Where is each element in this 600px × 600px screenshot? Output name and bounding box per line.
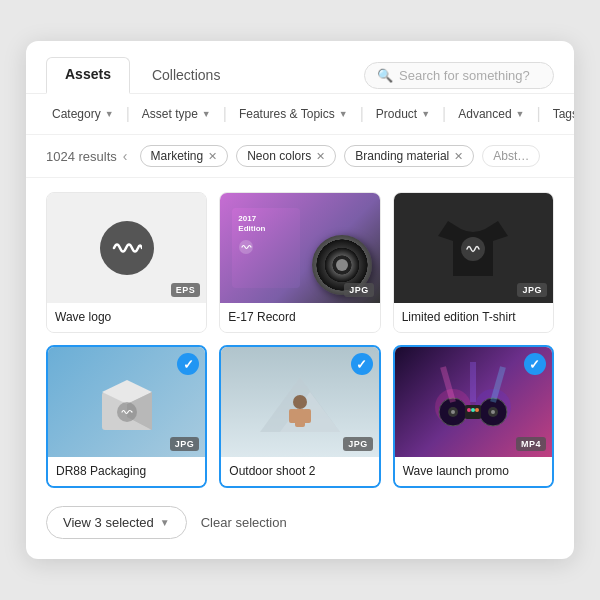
divider: | [126, 105, 130, 123]
chip-branding[interactable]: Branding material ✕ [344, 145, 474, 167]
card-label-tshirt: Limited edition T-shirt [394, 303, 553, 332]
card-thumb-tshirt: JPG [394, 193, 553, 303]
selected-check-outdoor: ✓ [351, 353, 373, 375]
svg-point-22 [467, 408, 471, 412]
tshirt-svg [433, 211, 513, 286]
card-thumb-promo: ✓ MP4 [395, 347, 552, 457]
svg-point-5 [117, 402, 137, 422]
svg-point-1 [461, 237, 485, 261]
chevron-down-icon: ▼ [105, 109, 114, 119]
svg-point-20 [491, 410, 495, 414]
promo-svg [423, 347, 523, 457]
tab-assets[interactable]: Assets [46, 57, 130, 94]
outdoor-svg [260, 357, 340, 447]
record-sleeve: 2017Edition [232, 208, 300, 288]
filter-product[interactable]: Product ▼ [370, 104, 436, 124]
chevron-down-icon: ▼ [160, 517, 170, 528]
divider: | [537, 105, 541, 123]
chip-label: Abst… [493, 149, 529, 163]
card-tshirt[interactable]: JPG Limited edition T-shirt [393, 192, 554, 333]
box-svg [87, 362, 167, 442]
result-count: 1024 results ‹ [46, 148, 128, 164]
badge-eps: EPS [171, 283, 201, 297]
svg-point-23 [471, 408, 475, 412]
chevron-down-icon: ▼ [339, 109, 348, 119]
chevron-down-icon: ▼ [516, 109, 525, 119]
card-label-promo: Wave launch promo [395, 457, 552, 486]
badge-jpg: JPG [344, 283, 374, 297]
clear-selection-button[interactable]: Clear selection [201, 515, 287, 530]
card-label-wave-logo: Wave logo [47, 303, 206, 332]
filter-advanced[interactable]: Advanced ▼ [452, 104, 530, 124]
card-outdoor-shoot[interactable]: ✓ JPG Outdoor shoot 2 [219, 345, 380, 488]
card-thumb-outdoor: ✓ JPG [221, 347, 378, 457]
card-thumb-wave-logo: EPS [47, 193, 206, 303]
badge-jpg: JPG [343, 437, 373, 451]
svg-point-17 [451, 410, 455, 414]
chip-remove-icon[interactable]: ✕ [208, 150, 217, 163]
main-panel: Assets Collections 🔍 Search for somethin… [26, 41, 574, 559]
chip-marketing[interactable]: Marketing ✕ [140, 145, 229, 167]
chip-label: Marketing [151, 149, 204, 163]
card-wave-launch-promo[interactable]: ✓ MP4 Wave launch promo [393, 345, 554, 488]
badge-jpg: JPG [517, 283, 547, 297]
card-wave-logo[interactable]: EPS Wave logo [46, 192, 207, 333]
selected-check-dr88: ✓ [177, 353, 199, 375]
svg-rect-12 [303, 409, 311, 423]
divider: | [360, 105, 364, 123]
card-label-e17: E-17 Record [220, 303, 379, 332]
view-selected-label: View 3 selected [63, 515, 154, 530]
filter-tags[interactable]: Tags [547, 104, 574, 124]
svg-point-24 [475, 408, 479, 412]
search-placeholder: Search for something? [399, 68, 530, 83]
filter-category[interactable]: Category ▼ [46, 104, 120, 124]
tabs-bar: Assets Collections 🔍 Search for somethin… [26, 41, 574, 94]
search-icon: 🔍 [377, 68, 393, 83]
badge-jpg: JPG [170, 437, 200, 451]
chip-remove-icon[interactable]: ✕ [316, 150, 325, 163]
badge-mp4: MP4 [516, 437, 546, 451]
wave-logo-icon [100, 221, 154, 275]
card-thumb-e17: 2017Edition JPG [220, 193, 379, 303]
card-dr88-packaging[interactable]: ✓ JPG DR88 Packaging [46, 345, 207, 488]
view-selected-button[interactable]: View 3 selected ▼ [46, 506, 187, 539]
chevron-down-icon: ▼ [202, 109, 211, 119]
card-label-outdoor: Outdoor shoot 2 [221, 457, 378, 486]
tab-collections[interactable]: Collections [134, 59, 238, 93]
card-label-dr88: DR88 Packaging [48, 457, 205, 486]
selected-check-promo: ✓ [524, 353, 546, 375]
chip-remove-icon[interactable]: ✕ [454, 150, 463, 163]
svg-point-9 [293, 395, 307, 409]
filter-bar: Category ▼ | Asset type ▼ | Features & T… [26, 94, 574, 135]
active-filters-bar: 1024 results ‹ Marketing ✕ Neon colors ✕… [26, 135, 574, 178]
divider: | [223, 105, 227, 123]
filter-asset-type[interactable]: Asset type ▼ [136, 104, 217, 124]
filter-features-topics[interactable]: Features & Topics ▼ [233, 104, 354, 124]
chip-label: Branding material [355, 149, 449, 163]
chevron-down-icon: ▼ [421, 109, 430, 119]
card-thumb-dr88: ✓ JPG [48, 347, 205, 457]
chip-abstract[interactable]: Abst… [482, 145, 540, 167]
search-box[interactable]: 🔍 Search for something? [364, 62, 554, 89]
divider: | [442, 105, 446, 123]
tab-group: Assets Collections [46, 57, 238, 93]
footer-bar: View 3 selected ▼ Clear selection [26, 502, 574, 539]
asset-grid: EPS Wave logo 2017Edition [26, 178, 574, 502]
chip-neon-colors[interactable]: Neon colors ✕ [236, 145, 336, 167]
back-button[interactable]: ‹ [123, 148, 128, 164]
card-e17-record[interactable]: 2017Edition JPG E-17 Record [219, 192, 380, 333]
svg-rect-11 [289, 409, 297, 423]
chip-label: Neon colors [247, 149, 311, 163]
